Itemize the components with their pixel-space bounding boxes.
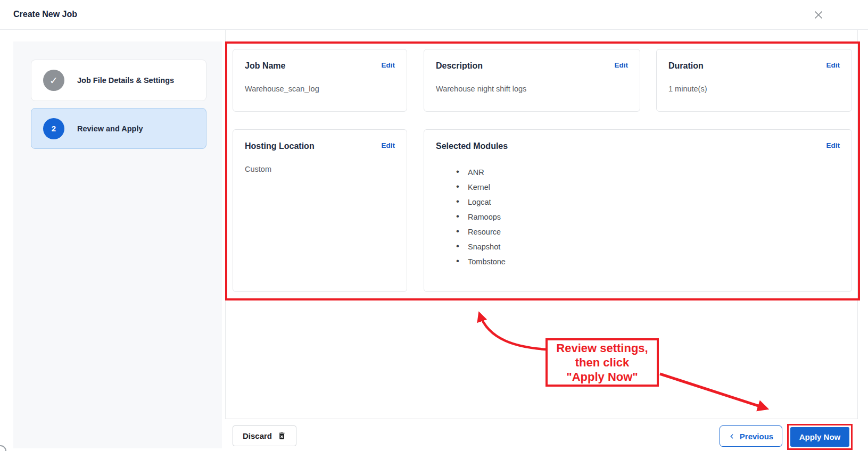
step-label: Job File Details & Settings: [77, 76, 174, 85]
close-icon: [813, 9, 824, 21]
module-item: Snapshot: [456, 240, 840, 255]
step-job-file-details[interactable]: ✓ Job File Details & Settings: [31, 60, 206, 101]
cursor-artifact: [0, 445, 6, 451]
hosting-location-value: Custom: [245, 165, 395, 173]
selected-modules-title: Selected Modules: [436, 141, 508, 151]
selected-modules-card: Selected Modules Edit ANRKernelLogcatRam…: [424, 129, 852, 292]
job-name-card: Job Name Edit Warehouse_scan_log: [233, 49, 407, 112]
close-button[interactable]: [812, 9, 825, 22]
duration-title: Duration: [668, 61, 704, 71]
module-item: ANR: [456, 166, 840, 181]
edit-job-name-link[interactable]: Edit: [382, 61, 395, 69]
edit-description-link[interactable]: Edit: [615, 61, 629, 69]
module-list: ANRKernelLogcatRamoopsResourceSnapshotTo…: [436, 166, 840, 270]
duration-value: 1 minute(s): [668, 85, 840, 93]
module-item: Resource: [456, 226, 840, 240]
description-title: Description: [436, 61, 483, 71]
chevron-left-icon: [729, 433, 735, 440]
steps-sidebar: ✓ Job File Details & Settings 2 Review a…: [13, 41, 222, 448]
duration-card: Duration Edit 1 minute(s): [656, 49, 852, 112]
check-icon: ✓: [43, 70, 64, 91]
apply-now-button[interactable]: Apply Now: [790, 427, 849, 447]
dialog-title: Create New Job: [13, 10, 77, 19]
edit-hosting-location-link[interactable]: Edit: [382, 141, 395, 149]
edit-duration-link[interactable]: Edit: [826, 61, 840, 69]
module-item: Kernel: [456, 181, 840, 196]
step-label: Review and Apply: [77, 124, 143, 133]
module-item: Tombstone: [456, 255, 840, 270]
hosting-location-title: Hosting Location: [245, 141, 315, 151]
job-name-value: Warehouse_scan_log: [245, 85, 395, 93]
create-new-job-dialog: Create New Job ✓ Job File Details & Sett…: [0, 0, 868, 451]
step-number-badge: 2: [43, 118, 64, 139]
discard-label: Discard: [243, 431, 272, 440]
description-value: Warehouse night shift logs: [436, 85, 628, 93]
apply-now-highlight-box: Apply Now: [787, 424, 853, 450]
module-item: Logcat: [456, 196, 840, 211]
previous-label: Previous: [740, 432, 773, 441]
edit-selected-modules-link[interactable]: Edit: [826, 141, 840, 149]
module-item: Ramoops: [456, 211, 840, 226]
hosting-location-card: Hosting Location Edit Custom: [233, 129, 407, 292]
discard-button[interactable]: Discard: [233, 425, 296, 446]
trash-icon: [277, 431, 286, 440]
previous-button[interactable]: Previous: [720, 425, 782, 447]
step-review-and-apply[interactable]: 2 Review and Apply: [31, 108, 206, 149]
job-name-title: Job Name: [245, 61, 285, 71]
dialog-header: Create New Job: [0, 0, 868, 30]
description-card: Description Edit Warehouse night shift l…: [424, 49, 640, 112]
